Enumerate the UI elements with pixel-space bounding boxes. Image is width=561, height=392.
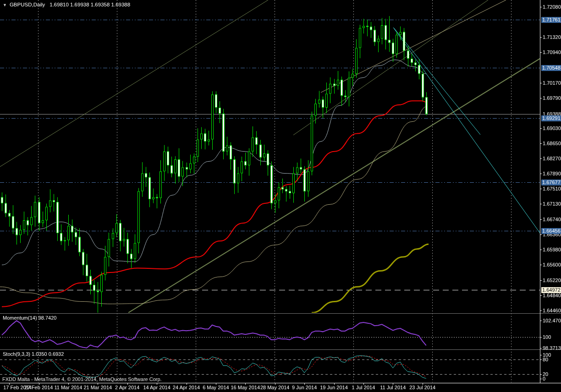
price-level-badge: 1.69291: [541, 115, 561, 121]
price-axis-label: 1.69790: [543, 95, 561, 101]
date-label: 11 Jul 2014: [380, 385, 406, 390]
price-axis-label: 1.65220: [543, 278, 561, 283]
price-level-badge: 1.67677: [541, 180, 561, 185]
price-axis-label: 1.64840: [543, 293, 561, 299]
price-chart-canvas[interactable]: [0, 0, 561, 392]
price-axis-label: 1.67130: [543, 201, 561, 207]
chart-window: ▼GBPUSD,Daily1.69810 1.69938 1.69358 1.6…: [0, 0, 561, 392]
momentum-value: 98.7420: [38, 315, 57, 321]
date-label: 28 May 2014: [260, 385, 290, 390]
date-label: 21 Mar 2014: [83, 385, 112, 390]
price-axis-label: 1.67890: [543, 171, 561, 177]
price-axis-label: 1.72080: [543, 4, 561, 10]
copyright-text: FXDD Malta - MetaTrader 4, © 2001-2014, …: [2, 376, 162, 382]
date-label: 11 Mar 2014: [54, 385, 82, 390]
chart-symbol-label: GBPUSD,Daily: [10, 2, 45, 7]
momentum-scale-label: 100: [543, 334, 551, 340]
date-label: 14 Apr 2014: [143, 385, 170, 390]
date-label: 6 May 2014: [203, 385, 229, 390]
price-axis-label: 1.66740: [543, 217, 561, 223]
momentum-name: Momentum(14): [3, 315, 37, 321]
price-axis-label: 1.71320: [543, 34, 561, 40]
price-axis-label: 1.64460: [543, 308, 561, 314]
date-label: 24 Apr 2014: [173, 385, 200, 390]
date-label: 9 Jun 2014: [292, 385, 317, 390]
stoch-value-signal: 0.6932: [49, 351, 64, 357]
price-level-badge: 1.70548: [541, 65, 561, 71]
price-axis-label: 1.67510: [543, 186, 561, 192]
date-label: 16 May 2014: [231, 385, 260, 390]
price-level-badge: 1.71761: [541, 17, 561, 23]
date-label: 19 Jun 2014: [320, 385, 348, 390]
stoch-name: Stoch(9,3,3): [3, 351, 30, 357]
price-axis-label: 1.70940: [543, 49, 561, 55]
date-label: 27 Feb 2014: [25, 385, 53, 390]
symbol-marker-icon: ▼: [3, 3, 7, 7]
price-axis-label: 1.65600: [543, 262, 561, 268]
stoch-indicator-label: Stoch(9,3,3) 1.0350 0.6932: [3, 351, 64, 357]
momentum-scale-label: 98.3713: [543, 345, 561, 351]
momentum-indicator-label: Momentum(14) 98.7420: [3, 315, 56, 321]
price-axis-label: 1.70170: [543, 80, 561, 86]
price-axis-label: 1.68650: [543, 141, 561, 147]
price-axis-label: 1.69030: [543, 125, 561, 131]
chart-title-bar: ▼GBPUSD,Daily1.69810 1.69938 1.69358 1.6…: [3, 2, 130, 7]
chart-ohlc-quotes: 1.69810 1.69938 1.69358 1.69388: [50, 2, 130, 7]
price-level-badge: 1.66456: [541, 228, 561, 234]
price-axis-label: 1.68270: [543, 156, 561, 162]
date-label: 23 Jul 2014: [409, 385, 435, 390]
stoch-scale-label: 0: [543, 376, 545, 382]
date-label: 1 Jul 2014: [352, 385, 375, 390]
momentum-scale-label: 102.4706: [543, 318, 561, 324]
stoch-value-main: 1.0350: [32, 351, 47, 357]
price-axis-label: 1.65980: [543, 247, 561, 253]
support-level-badge: 1.64972: [541, 287, 561, 293]
stoch-scale-label: 80: [543, 357, 548, 363]
date-label: 2 Apr 2014: [115, 385, 139, 390]
